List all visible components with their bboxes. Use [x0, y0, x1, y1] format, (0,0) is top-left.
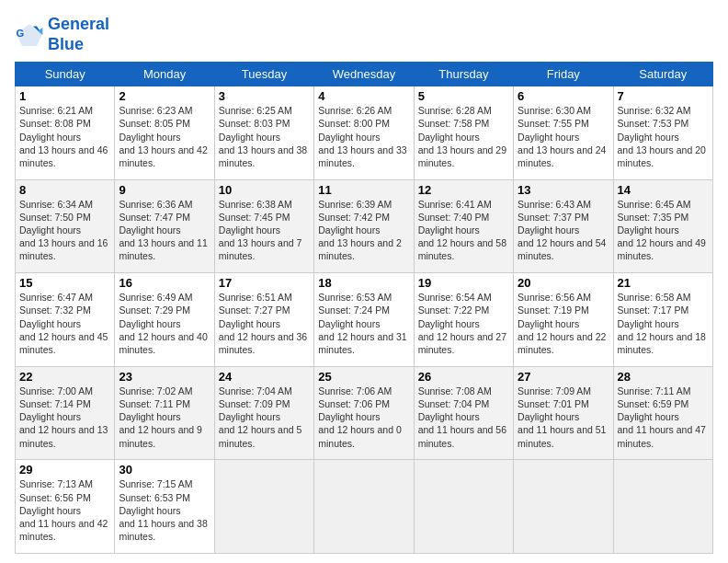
calendar-day-7: 7Sunrise: 6:32 AMSunset: 7:53 PMDaylight…: [613, 86, 712, 180]
calendar-week-5: 29Sunrise: 7:13 AMSunset: 6:56 PMDayligh…: [16, 460, 713, 554]
calendar-day-19: 19Sunrise: 6:54 AMSunset: 7:22 PMDayligh…: [414, 273, 513, 367]
calendar-day-12: 12Sunrise: 6:41 AMSunset: 7:40 PMDayligh…: [414, 179, 513, 273]
calendar-day-29: 29Sunrise: 7:13 AMSunset: 6:56 PMDayligh…: [16, 460, 115, 554]
calendar-week-1: 1Sunrise: 6:21 AMSunset: 8:08 PMDaylight…: [16, 86, 713, 180]
day-details: Sunrise: 6:41 AMSunset: 7:40 PMDaylight …: [418, 198, 509, 263]
day-number: 24: [219, 370, 310, 384]
calendar-day-21: 21Sunrise: 6:58 AMSunset: 7:17 PMDayligh…: [613, 273, 712, 367]
calendar-day-8: 8Sunrise: 6:34 AMSunset: 7:50 PMDaylight…: [16, 179, 115, 273]
calendar-day-1: 1Sunrise: 6:21 AMSunset: 8:08 PMDaylight…: [16, 86, 115, 180]
header: G GeneralBlue: [15, 15, 713, 54]
day-number: 28: [618, 370, 709, 384]
day-number: 16: [119, 276, 210, 290]
calendar-day-14: 14Sunrise: 6:45 AMSunset: 7:35 PMDayligh…: [613, 179, 712, 273]
day-details: Sunrise: 7:02 AMSunset: 7:11 PMDaylight …: [119, 385, 210, 450]
calendar-day-22: 22Sunrise: 7:00 AMSunset: 7:14 PMDayligh…: [16, 366, 115, 460]
calendar-day-empty: [514, 460, 613, 554]
day-number: 9: [119, 183, 210, 197]
day-number: 11: [318, 183, 409, 197]
calendar-day-28: 28Sunrise: 7:11 AMSunset: 6:59 PMDayligh…: [613, 366, 712, 460]
day-number: 14: [618, 183, 709, 197]
day-details: Sunrise: 7:00 AMSunset: 7:14 PMDaylight …: [19, 385, 110, 450]
logo-text: GeneralBlue: [48, 15, 109, 54]
day-details: Sunrise: 6:32 AMSunset: 7:53 PMDaylight …: [618, 104, 709, 169]
calendar-day-20: 20Sunrise: 6:56 AMSunset: 7:19 PMDayligh…: [514, 273, 613, 367]
calendar-day-empty: [613, 460, 712, 554]
day-details: Sunrise: 6:36 AMSunset: 7:47 PMDaylight …: [119, 198, 210, 263]
day-number: 10: [219, 183, 310, 197]
day-details: Sunrise: 6:56 AMSunset: 7:19 PMDaylight …: [518, 291, 609, 356]
col-header-friday: Friday: [514, 63, 613, 86]
col-header-thursday: Thursday: [414, 63, 513, 86]
day-details: Sunrise: 6:28 AMSunset: 7:58 PMDaylight …: [418, 104, 509, 169]
day-details: Sunrise: 6:54 AMSunset: 7:22 PMDaylight …: [418, 291, 509, 356]
day-number: 18: [318, 276, 409, 290]
calendar-day-17: 17Sunrise: 6:51 AMSunset: 7:27 PMDayligh…: [214, 273, 313, 367]
day-details: Sunrise: 6:25 AMSunset: 8:03 PMDaylight …: [219, 104, 310, 169]
calendar-week-4: 22Sunrise: 7:00 AMSunset: 7:14 PMDayligh…: [16, 366, 713, 460]
day-number: 6: [518, 89, 609, 103]
logo-icon: G: [15, 20, 44, 50]
day-details: Sunrise: 6:26 AMSunset: 8:00 PMDaylight …: [318, 104, 409, 169]
calendar-day-11: 11Sunrise: 6:39 AMSunset: 7:42 PMDayligh…: [314, 179, 414, 273]
day-number: 23: [119, 370, 210, 384]
day-number: 19: [418, 276, 509, 290]
day-number: 20: [518, 276, 609, 290]
day-details: Sunrise: 6:45 AMSunset: 7:35 PMDaylight …: [618, 198, 709, 263]
day-details: Sunrise: 6:58 AMSunset: 7:17 PMDaylight …: [618, 291, 709, 356]
day-details: Sunrise: 6:38 AMSunset: 7:45 PMDaylight …: [219, 198, 310, 263]
day-number: 4: [318, 89, 409, 103]
day-number: 22: [19, 370, 110, 384]
col-header-saturday: Saturday: [613, 63, 712, 86]
calendar-day-13: 13Sunrise: 6:43 AMSunset: 7:37 PMDayligh…: [514, 179, 613, 273]
col-header-sunday: Sunday: [16, 63, 115, 86]
day-number: 27: [518, 370, 609, 384]
day-details: Sunrise: 6:39 AMSunset: 7:42 PMDaylight …: [318, 198, 409, 263]
calendar-day-16: 16Sunrise: 6:49 AMSunset: 7:29 PMDayligh…: [115, 273, 214, 367]
day-number: 29: [19, 463, 110, 477]
day-number: 13: [518, 183, 609, 197]
col-header-monday: Monday: [115, 63, 214, 86]
day-details: Sunrise: 6:53 AMSunset: 7:24 PMDaylight …: [318, 291, 409, 356]
day-number: 15: [19, 276, 110, 290]
calendar-day-26: 26Sunrise: 7:08 AMSunset: 7:04 PMDayligh…: [414, 366, 513, 460]
day-number: 3: [219, 89, 310, 103]
calendar-day-10: 10Sunrise: 6:38 AMSunset: 7:45 PMDayligh…: [214, 179, 313, 273]
calendar-day-24: 24Sunrise: 7:04 AMSunset: 7:09 PMDayligh…: [214, 366, 313, 460]
calendar-day-empty: [314, 460, 414, 554]
day-details: Sunrise: 6:51 AMSunset: 7:27 PMDaylight …: [219, 291, 310, 356]
page: G GeneralBlue SundayMondayTuesdayWednesd…: [0, 0, 728, 563]
day-details: Sunrise: 7:09 AMSunset: 7:01 PMDaylight …: [518, 385, 609, 450]
calendar-table: SundayMondayTuesdayWednesdayThursdayFrid…: [15, 62, 713, 554]
day-number: 5: [418, 89, 509, 103]
day-number: 25: [318, 370, 409, 384]
day-number: 26: [418, 370, 509, 384]
day-details: Sunrise: 6:49 AMSunset: 7:29 PMDaylight …: [119, 291, 210, 356]
col-header-wednesday: Wednesday: [314, 63, 414, 86]
calendar-week-3: 15Sunrise: 6:47 AMSunset: 7:32 PMDayligh…: [16, 273, 713, 367]
day-number: 1: [19, 89, 110, 103]
calendar-day-2: 2Sunrise: 6:23 AMSunset: 8:05 PMDaylight…: [115, 86, 214, 180]
day-details: Sunrise: 6:43 AMSunset: 7:37 PMDaylight …: [518, 198, 609, 263]
day-details: Sunrise: 7:06 AMSunset: 7:06 PMDaylight …: [318, 385, 409, 450]
day-number: 2: [119, 89, 210, 103]
calendar-day-3: 3Sunrise: 6:25 AMSunset: 8:03 PMDaylight…: [214, 86, 313, 180]
day-number: 17: [219, 276, 310, 290]
calendar-day-30: 30Sunrise: 7:15 AMSunset: 6:53 PMDayligh…: [115, 460, 214, 554]
day-details: Sunrise: 7:11 AMSunset: 6:59 PMDaylight …: [618, 385, 709, 450]
day-details: Sunrise: 6:47 AMSunset: 7:32 PMDaylight …: [19, 291, 110, 356]
day-number: 21: [618, 276, 709, 290]
day-details: Sunrise: 6:30 AMSunset: 7:55 PMDaylight …: [518, 104, 609, 169]
col-header-tuesday: Tuesday: [214, 63, 313, 86]
day-number: 30: [119, 463, 210, 477]
day-number: 7: [618, 89, 709, 103]
calendar-day-empty: [414, 460, 513, 554]
day-details: Sunrise: 7:13 AMSunset: 6:56 PMDaylight …: [19, 477, 110, 543]
calendar-day-4: 4Sunrise: 6:26 AMSunset: 8:00 PMDaylight…: [314, 86, 414, 180]
day-details: Sunrise: 6:34 AMSunset: 7:50 PMDaylight …: [19, 198, 110, 263]
calendar-day-9: 9Sunrise: 6:36 AMSunset: 7:47 PMDaylight…: [115, 179, 214, 273]
calendar-day-empty: [214, 460, 313, 554]
calendar-day-18: 18Sunrise: 6:53 AMSunset: 7:24 PMDayligh…: [314, 273, 414, 367]
day-number: 8: [19, 183, 110, 197]
day-number: 12: [418, 183, 509, 197]
